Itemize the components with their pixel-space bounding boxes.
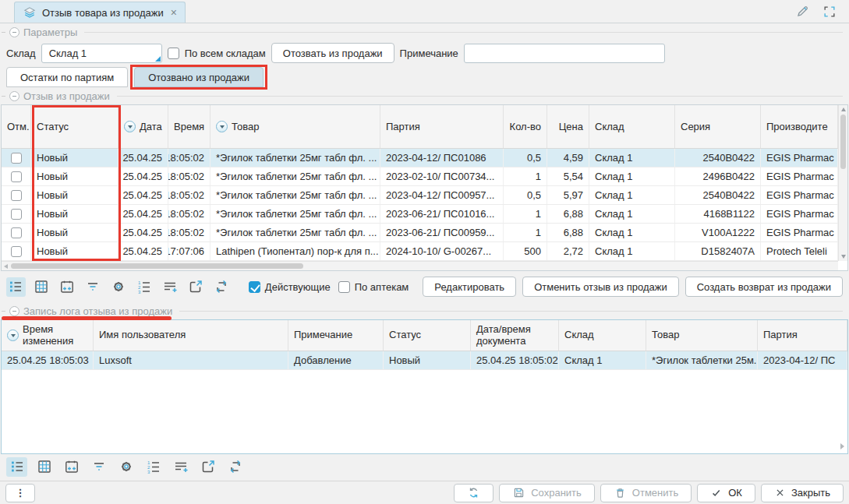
column-header-time[interactable]: Время — [168, 105, 210, 148]
column-header-note[interactable]: Примечание — [288, 320, 384, 351]
column-header-batch[interactable]: Партия — [380, 105, 504, 148]
recall-table-row[interactable]: Новый 25.04.25 18:05:02 *Эгилок таблетки… — [2, 224, 838, 242]
active-filter-checkbox[interactable] — [249, 281, 260, 293]
cancel-button[interactable]: Отменить — [600, 484, 692, 502]
fullscreen-icon[interactable] — [822, 5, 837, 19]
row-checkbox[interactable] — [11, 190, 22, 201]
list-view-icon[interactable] — [6, 457, 27, 477]
recall-table-row[interactable]: Новый 25.04.25 18:05:02 *Эгилок таблетки… — [2, 186, 838, 205]
column-header-batch[interactable]: Партия — [758, 320, 847, 351]
app-window: Отзыв товара из продажи × — [0, 0, 849, 504]
recall-group-header: Отзыв из продажи — [0, 87, 849, 104]
reload-icon[interactable] — [212, 277, 232, 297]
column-header-status[interactable]: Статус — [31, 105, 119, 148]
column-header-product[interactable]: Товар — [646, 320, 758, 351]
settings-gear-icon[interactable] — [115, 457, 136, 477]
row-checkbox[interactable] — [11, 153, 22, 164]
cell-batch: 2023-04-12/ ПС00957... — [380, 186, 504, 204]
cell-series: 2540B0422 — [675, 186, 761, 204]
document-tab[interactable]: Отзыв товара из продажи × — [14, 2, 186, 23]
tab-close-icon[interactable]: × — [171, 6, 177, 19]
column-header-mark[interactable]: Отм. — [2, 105, 31, 148]
all-warehouses-checkbox[interactable] — [168, 48, 179, 59]
scrollbar-thumb[interactable] — [840, 115, 846, 169]
add-row-icon[interactable] — [170, 457, 191, 477]
log-table-row[interactable]: 25.04.25 18:05:03 Luxsoft Добавление Нов… — [2, 351, 847, 370]
column-header-doc-datetime[interactable]: Дата/время документа — [471, 320, 559, 351]
filter-icon[interactable] — [88, 457, 109, 477]
add-row-icon[interactable] — [161, 277, 180, 297]
vertical-scrollbar[interactable] — [838, 105, 847, 261]
cancel-recall-button[interactable]: Отменить отзыв из продажи — [522, 277, 679, 297]
log-toolbar: 123 — [0, 454, 849, 479]
cell-batch: 2023-04-12/ ПС — [758, 351, 847, 369]
scroll-left-icon[interactable] — [4, 264, 8, 269]
numbered-list-icon[interactable]: 123 — [143, 457, 164, 477]
column-header-warehouse[interactable]: Склад — [589, 105, 675, 148]
list-view-icon[interactable] — [6, 277, 26, 297]
filter-icon[interactable] — [83, 277, 103, 297]
log-table: Время изменения Имя пользователя Примеча… — [1, 319, 848, 454]
reload-icon[interactable] — [225, 457, 246, 477]
cell-price: 4,59 — [547, 149, 589, 167]
by-pharmacy-checkbox[interactable] — [338, 281, 350, 293]
recall-table-row[interactable]: Новый 25.04.25 18:05:02 *Эгилок таблетки… — [2, 149, 838, 167]
column-header-manufacturer[interactable]: Производите — [761, 105, 838, 148]
save-button[interactable]: Сохранить — [499, 484, 595, 502]
footer-bar: ⋮ — [0, 481, 849, 504]
refresh-button[interactable] — [454, 484, 493, 502]
sort-filter-icon[interactable] — [124, 121, 136, 132]
column-header-product[interactable]: Товар — [210, 105, 380, 148]
column-header-series[interactable]: Серия — [675, 105, 761, 148]
collapse-icon[interactable] — [9, 91, 19, 101]
column-header-price[interactable]: Цена — [547, 105, 589, 148]
cell-product: Lathipen (Тиопентал) пор-к для п... — [210, 242, 380, 260]
tab-title: Отзыв товара из продажи — [42, 7, 164, 19]
ok-button[interactable]: ОК — [697, 484, 755, 502]
recall-table-row[interactable]: Новый 25.04.25 18:05:02 *Эгилок таблетки… — [2, 205, 838, 224]
sort-filter-icon[interactable] — [216, 121, 228, 132]
numbered-list-icon[interactable]: 123 — [135, 277, 154, 297]
column-header-status[interactable]: Статус — [384, 320, 471, 351]
edit-pencil-icon[interactable] — [795, 4, 810, 19]
scroll-up-icon[interactable] — [841, 107, 846, 111]
warehouse-combobox[interactable]: Склад 1 — [41, 44, 162, 63]
scrollbar-thumb[interactable] — [11, 263, 303, 269]
collapse-icon[interactable] — [9, 306, 19, 316]
grid-view-icon[interactable] — [34, 457, 55, 477]
horizontal-scrollbar[interactable] — [2, 261, 838, 270]
menu-button[interactable]: ⋮ — [5, 484, 35, 502]
note-input[interactable] — [464, 44, 665, 63]
settings-gear-icon[interactable] — [109, 277, 129, 297]
row-checkbox[interactable] — [11, 227, 22, 238]
external-link-icon[interactable] — [186, 277, 206, 297]
create-return-button[interactable]: Создать возврат из продажи — [685, 277, 843, 297]
collapse-icon[interactable] — [9, 27, 19, 37]
column-header-date[interactable]: Дата — [119, 105, 168, 148]
edit-button[interactable]: Редактировать — [423, 277, 516, 297]
tab-batch-remains[interactable]: Остатки по партиям — [6, 67, 128, 87]
recall-table-row[interactable]: Новый 25.04.25 18:05:02 *Эгилок таблетки… — [2, 167, 838, 186]
calendar-icon[interactable] — [58, 277, 77, 297]
sort-filter-icon[interactable] — [7, 330, 19, 341]
recall-from-sale-button[interactable]: Отозвать из продажи — [271, 43, 394, 63]
recall-table-row[interactable]: Новый 25.04.25 17:07:06 Lathipen (Тиопен… — [2, 242, 838, 261]
grid-view-icon[interactable] — [32, 277, 51, 297]
tab-recalled-from-sale[interactable]: Отозвано из продажи — [134, 67, 264, 87]
column-header-warehouse[interactable]: Склад — [559, 320, 646, 351]
params-group-header: Параметры — [0, 23, 849, 41]
row-checkbox[interactable] — [11, 246, 22, 257]
row-checkbox[interactable] — [11, 171, 22, 182]
row-checkbox[interactable] — [11, 209, 22, 220]
cell-series: 2540B0422 — [675, 149, 761, 167]
column-header-user[interactable]: Имя пользователя — [94, 320, 288, 351]
close-button[interactable]: Закрыть — [761, 484, 844, 502]
log-group-title: Запись лога отзыва из продажи — [23, 305, 172, 317]
column-header-changed-at[interactable]: Время изменения — [2, 320, 94, 351]
scroll-down-icon[interactable] — [841, 255, 846, 259]
scroll-right-icon[interactable] — [840, 443, 844, 449]
cell-manufacturer: EGIS Pharmac — [761, 205, 838, 223]
external-link-icon[interactable] — [197, 457, 218, 477]
calendar-icon[interactable] — [61, 457, 82, 477]
column-header-qty[interactable]: Кол-во — [504, 105, 547, 148]
